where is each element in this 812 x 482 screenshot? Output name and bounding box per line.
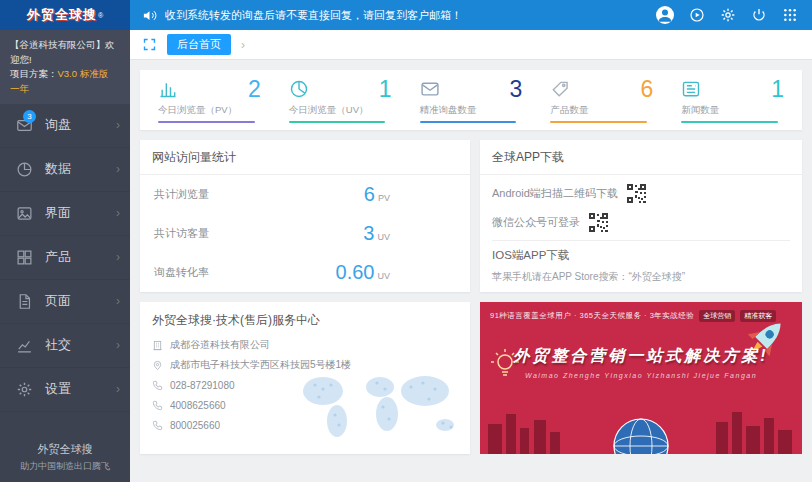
stat-label: 今日浏览量（UV） xyxy=(289,104,392,117)
company-name: 成都谷道科技有限公司 xyxy=(170,338,270,352)
traffic-label: 共计访客量 xyxy=(154,226,209,241)
top-header: 外贸全球搜 ® 收到系统转发的询盘后请不要直接回复，请回复到客户邮箱！ xyxy=(0,0,812,30)
traffic-unit: UV xyxy=(377,232,390,242)
app-window: 外贸全球搜 ® 收到系统转发的询盘后请不要直接回复，请回复到客户邮箱！ xyxy=(0,0,812,482)
gear-icon xyxy=(16,381,33,398)
stat-label: 新闻数量 xyxy=(681,104,784,117)
stat-inquiries: 3 精准询盘数量 xyxy=(406,75,537,125)
phone-number: 4008625660 xyxy=(170,400,226,411)
sidebar-item-social[interactable]: 社交 › xyxy=(0,324,130,368)
traffic-row: 共计浏览量 6PV xyxy=(140,175,470,214)
ios-download-desc: 苹果手机请在APP Store搜索：“外贸全球搜” xyxy=(492,270,790,284)
traffic-value: 0.60 xyxy=(336,261,375,284)
banner-slogan: 外贸整合营销一站式解决方案! xyxy=(480,346,802,367)
chevron-right-icon: › xyxy=(116,250,120,264)
power-icon[interactable] xyxy=(751,7,767,23)
android-download-line: Android端扫描二维码下载 xyxy=(492,179,790,208)
app-logo[interactable]: 外贸全球搜 ® xyxy=(0,0,130,30)
banner-badge: 全球营销 xyxy=(699,310,735,322)
pie-chart-icon xyxy=(289,79,309,99)
location-pin-icon xyxy=(152,360,163,371)
speaker-icon xyxy=(142,8,157,23)
promo-banner[interactable]: 91种语言覆盖全球用户 · 365天全天候服务 · 3年实战经验 全球营销 精准… xyxy=(480,302,802,454)
breadcrumb-separator: › xyxy=(241,38,245,52)
tab-home[interactable]: 后台首页 xyxy=(167,34,231,55)
document-icon xyxy=(16,293,33,310)
wechat-login-line: 微信公众号可登录 xyxy=(492,208,790,237)
stat-underline xyxy=(289,121,386,123)
stat-value: 1 xyxy=(771,78,784,101)
traffic-value: 6 xyxy=(364,183,375,206)
service-center-card: 外贸全球搜·技术(售后)服务中心 成都谷道科技有限公司 成都市电子科技大学西区科… xyxy=(140,302,470,454)
breadcrumb: 后台首页 › xyxy=(130,30,812,60)
traffic-unit: UV xyxy=(377,271,390,281)
sidebar-item-data[interactable]: 数据 › xyxy=(0,148,130,192)
sidebar-item-products[interactable]: 产品 › xyxy=(0,236,130,280)
banner-badge: 精准获客 xyxy=(740,310,776,322)
phone-icon xyxy=(152,400,163,411)
fullscreen-icon[interactable] xyxy=(142,37,157,52)
image-icon xyxy=(16,205,33,222)
phone-number: 800025660 xyxy=(170,420,220,431)
inquiries-badge: 3 xyxy=(23,110,36,123)
notice-text: 收到系统转发的询盘后请不要直接回复，请回复到客户邮箱！ xyxy=(165,8,462,23)
app-download-card: 全球APP下载 Android端扫描二维码下载 微信公众号可登录 xyxy=(480,140,802,292)
news-icon xyxy=(681,79,701,99)
banner-top-row: 91种语言覆盖全球用户 · 365天全天候服务 · 3年实战经验 全球营销 精准… xyxy=(480,302,802,322)
address-text: 成都市电子科技大学西区科技园5号楼1楼 xyxy=(170,358,351,372)
pie-chart-icon xyxy=(16,161,33,178)
stat-pv: 2 今日浏览量（PV） xyxy=(144,75,275,125)
phone-line: 4008625660 xyxy=(152,395,458,415)
stat-value: 2 xyxy=(248,78,261,101)
traffic-value: 3 xyxy=(363,222,374,245)
traffic-row: 询盘转化率 0.60UV xyxy=(140,253,470,292)
plan-line: 项目方案：V3.0 标准版 一年 xyxy=(10,67,120,96)
gear-icon[interactable] xyxy=(720,7,736,23)
sidebar-item-label: 产品 xyxy=(45,248,116,266)
building-icon xyxy=(152,340,163,351)
phone-line: 800025660 xyxy=(152,415,458,435)
apps-grid-icon[interactable] xyxy=(782,7,798,23)
stat-products: 6 产品数量 xyxy=(536,75,667,125)
sidebar-item-settings[interactable]: 设置 › xyxy=(0,368,130,412)
traffic-label: 共计浏览量 xyxy=(154,187,209,202)
tag-icon xyxy=(550,79,570,99)
sidebar-item-label: 询盘 xyxy=(45,116,116,134)
phone-number: 028-87291080 xyxy=(170,380,235,391)
divider xyxy=(492,240,790,241)
stat-news: 1 新闻数量 xyxy=(667,75,798,125)
stat-value: 6 xyxy=(640,78,653,101)
sidebar-item-label: 界面 xyxy=(45,204,116,222)
line-chart-icon xyxy=(16,337,33,354)
grid-icon xyxy=(16,249,33,266)
stat-underline xyxy=(420,121,517,123)
sidebar-item-label: 数据 xyxy=(45,160,116,178)
sidebar-item-interface[interactable]: 界面 › xyxy=(0,192,130,236)
chevron-right-icon: › xyxy=(116,162,120,176)
chevron-right-icon: › xyxy=(116,338,120,352)
app-download-title: 全球APP下载 xyxy=(480,140,802,175)
banner-top-text: 91种语言覆盖全球用户 · 365天全天候服务 · 3年实战经验 xyxy=(490,311,694,321)
stat-underline xyxy=(681,121,778,123)
play-icon[interactable] xyxy=(689,7,705,23)
banner-subtitle: Waimao Zhenghe Yingxiao Yizhanshi Jiejue… xyxy=(480,372,802,379)
stat-value: 1 xyxy=(379,78,392,101)
sidebar-footer: 外贸全球搜 助力中国制造出口腾飞 xyxy=(0,440,130,474)
stat-label: 精准询盘数量 xyxy=(420,104,523,117)
android-qr-code xyxy=(626,183,647,204)
stat-underline xyxy=(158,121,255,123)
chevron-right-icon: › xyxy=(116,206,120,220)
logo-reg-mark: ® xyxy=(98,12,103,19)
traffic-card: 网站访问量统计 共计浏览量 6PV 共计访客量 3UV 询盘转化率 0.60UV xyxy=(140,140,470,292)
wechat-qr-code xyxy=(588,212,609,233)
sidebar-item-label: 社交 xyxy=(45,336,116,354)
welcome-panel: 【谷道科技有限公司】欢迎您! 项目方案：V3.0 标准版 一年 xyxy=(0,30,130,104)
bar-chart-icon xyxy=(158,79,178,99)
sidebar-item-inquiries[interactable]: 3 询盘 › xyxy=(0,104,130,148)
traffic-title: 网站访问量统计 xyxy=(140,140,470,175)
chevron-right-icon: › xyxy=(116,118,120,132)
sidebar-footer-subtitle: 助力中国制造出口腾飞 xyxy=(0,459,130,474)
sidebar-item-pages[interactable]: 页面 › xyxy=(0,280,130,324)
avatar-icon[interactable] xyxy=(656,6,674,24)
chevron-right-icon: › xyxy=(116,382,120,396)
